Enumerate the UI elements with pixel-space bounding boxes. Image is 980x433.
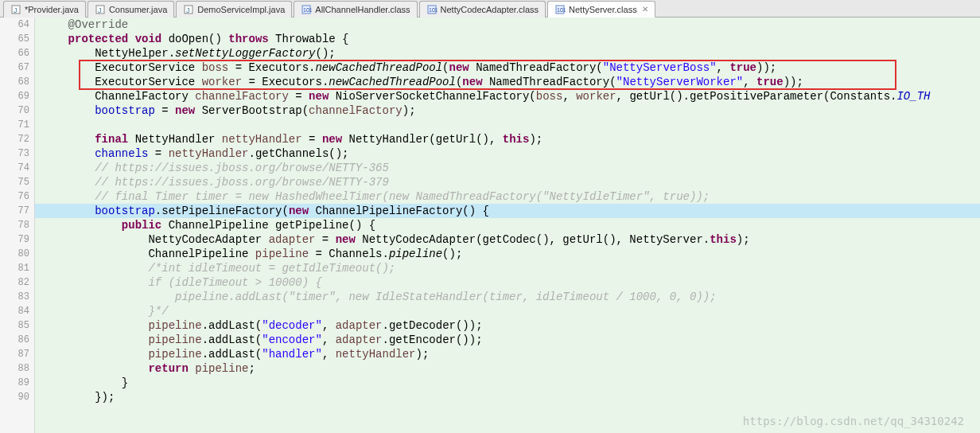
line-number: 83 <box>0 290 29 304</box>
tab-provider[interactable]: J *Provider.java <box>3 1 86 18</box>
code-line: channels = nettyHandler.getChannels(); <box>35 146 980 161</box>
svg-text:101: 101 <box>303 7 312 13</box>
code-line: protected void doOpen() throws Throwable… <box>35 32 980 46</box>
code-line: }); <box>35 390 980 404</box>
java-file-icon: J <box>95 4 106 15</box>
code-line: pipeline.addLast("timer", new IdleStateH… <box>35 290 980 304</box>
line-number: 79 <box>0 232 29 247</box>
svg-text:J: J <box>186 6 190 14</box>
close-icon[interactable]: ✕ <box>642 5 648 14</box>
line-number: 82 <box>0 275 29 290</box>
code-line: } <box>35 376 980 390</box>
line-number: 84 <box>0 304 29 318</box>
line-number: 70 <box>0 103 29 118</box>
svg-text:J: J <box>98 6 102 14</box>
line-number: 72 <box>0 132 29 146</box>
code-line: // https://issues.jboss.org/browse/NETTY… <box>35 161 980 175</box>
line-number: 74 <box>0 161 29 175</box>
line-number: 90 <box>0 390 29 404</box>
code-line: if (idleTimeout > 10000) { <box>35 275 980 290</box>
code-line: ExecutorService boss = Executors.newCach… <box>35 60 980 75</box>
line-number: 73 <box>0 146 29 161</box>
line-number: 77 <box>0 204 29 218</box>
line-number: 67 <box>0 60 29 75</box>
tab-demoservice[interactable]: J DemoServiceImpl.java <box>176 1 292 18</box>
line-number: 80 <box>0 247 29 261</box>
code-line: }*/ <box>35 304 980 318</box>
editor-tabs: J *Provider.java J Consumer.java J DemoS… <box>0 0 980 18</box>
code-line: ExecutorService worker = Executors.newCa… <box>35 75 980 89</box>
tab-allchannel[interactable]: 101 AllChannelHandler.class <box>294 1 417 18</box>
line-number: 87 <box>0 347 29 361</box>
code-line: bootstrap.setPipelineFactory(new Channel… <box>35 204 980 218</box>
code-line: ChannelFactory channelFactory = new NioS… <box>35 89 980 103</box>
line-number: 85 <box>0 318 29 333</box>
code-line: /*int idleTimeout = getIdleTimeout(); <box>35 261 980 275</box>
line-number: 76 <box>0 189 29 204</box>
line-number: 69 <box>0 89 29 103</box>
line-number: 81 <box>0 261 29 275</box>
line-gutter: 6465666768697071727374757677787980818283… <box>0 18 35 433</box>
line-number: 78 <box>0 218 29 232</box>
line-number: 86 <box>0 333 29 347</box>
tab-label: DemoServiceImpl.java <box>197 5 285 14</box>
tab-nettyserver[interactable]: 101 NettyServer.class ✕ <box>547 1 655 18</box>
code-line: final NettyHandler nettyHandler = new Ne… <box>35 132 980 146</box>
code-line: pipeline.addLast("encoder", adapter.getE… <box>35 333 980 347</box>
tab-consumer[interactable]: J Consumer.java <box>88 1 174 18</box>
class-file-icon: 101 <box>554 4 566 15</box>
tab-label: NettyServer.class <box>569 5 637 14</box>
code-line: public ChannelPipeline getPipeline() { <box>35 218 980 232</box>
code-line: NettyCodecAdapter adapter = new NettyCod… <box>35 232 980 247</box>
code-line: ChannelPipeline pipeline = Channels.pipe… <box>35 247 980 261</box>
line-number: 71 <box>0 118 29 132</box>
code-line: @Override <box>35 18 980 32</box>
java-file-icon: J <box>10 4 21 15</box>
svg-text:101: 101 <box>429 7 438 13</box>
line-number: 65 <box>0 32 29 46</box>
line-number: 66 <box>0 46 29 60</box>
tab-label: AllChannelHandler.class <box>315 5 410 14</box>
watermark: https://blog.csdn.net/qq_34310242 <box>743 414 964 428</box>
code-line: pipeline.addLast("decoder", adapter.getD… <box>35 318 980 333</box>
code-line: bootstrap = new ServerBootstrap(channelF… <box>35 103 980 118</box>
code-line: NettyHelper.setNettyLoggerFactory(); <box>35 46 980 60</box>
line-number: 88 <box>0 361 29 376</box>
tab-label: Consumer.java <box>109 5 167 14</box>
svg-text:J: J <box>14 6 18 14</box>
code-line: // https://issues.jboss.org/browse/NETTY… <box>35 175 980 189</box>
line-number: 75 <box>0 175 29 189</box>
class-file-icon: 101 <box>301 4 312 15</box>
line-number: 89 <box>0 376 29 390</box>
line-number: 64 <box>0 18 29 32</box>
tab-label: NettyCodecAdapter.class <box>441 5 539 14</box>
code-line: // final Timer timer = new HashedWheelTi… <box>35 189 980 204</box>
tab-nettycodec[interactable]: 101 NettyCodecAdapter.class <box>419 1 546 18</box>
tab-label: *Provider.java <box>25 5 79 14</box>
line-number: 68 <box>0 75 29 89</box>
code-line <box>35 118 980 132</box>
code-line: return pipeline; <box>35 361 980 376</box>
java-file-icon: J <box>183 4 194 15</box>
editor-area: 6465666768697071727374757677787980818283… <box>0 18 980 433</box>
code-viewport[interactable]: @Override protected void doOpen() throws… <box>35 18 980 433</box>
svg-text:101: 101 <box>557 7 566 13</box>
code-line: pipeline.addLast("handler", nettyHandler… <box>35 347 980 361</box>
class-file-icon: 101 <box>426 4 438 15</box>
